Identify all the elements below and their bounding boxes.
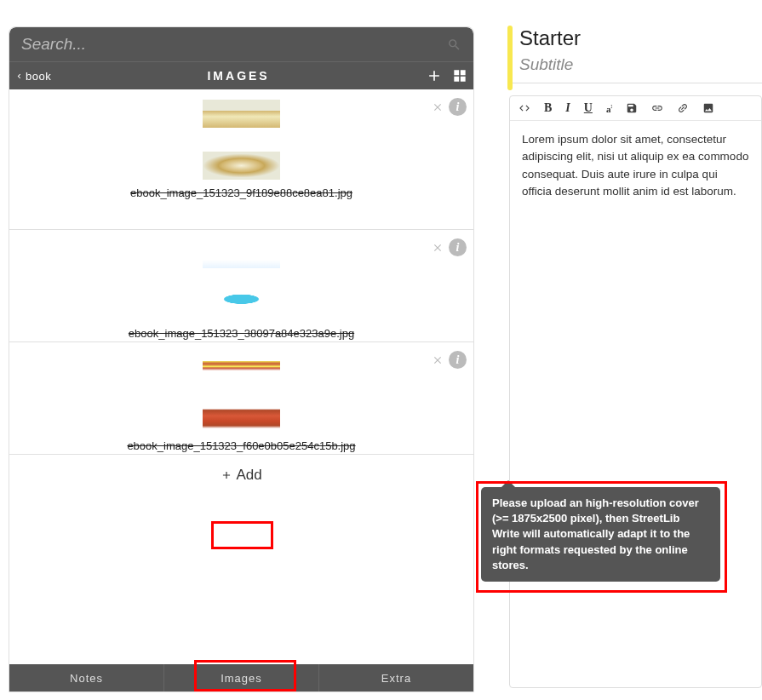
info-icon[interactable]: i [449,351,467,369]
image-thumbnail [203,292,280,320]
back-button[interactable]: book [14,70,51,83]
code-icon[interactable] [519,102,530,114]
underline-icon[interactable]: U [584,101,593,115]
image-item[interactable]: i ebook_image_151323_38097a84e323a9e.jpg [9,230,473,342]
add-button[interactable]: Add [210,463,272,487]
image-filename: ebook_image_151323_f60e0b05e254c15b.jpg [9,439,473,454]
document-subtitle[interactable]: Subtitle [519,55,762,74]
italic-icon[interactable]: I [565,101,570,115]
editor-body[interactable]: Lorem ipsum dolor sit amet, consectetur … [510,121,761,210]
info-icon[interactable]: i [449,98,467,116]
tab-notes[interactable]: Notes [9,664,164,691]
search-bar [9,27,473,61]
bold-icon[interactable]: B [544,101,552,115]
image-filename: ebook_image_151323_38097a84e323a9e.jpg [9,327,473,341]
header-bar: book IMAGES [9,61,473,89]
right-panel: Starter Subtitle B I U a↕ Lorem ipsum do… [507,21,762,700]
image-filename: ebook_image_151323_9f189e88ce8ea81.jpg [9,186,473,201]
link-icon[interactable] [651,102,663,114]
grid-view-icon[interactable] [451,67,468,84]
image-item[interactable]: i ebook_image_151323_f60e0b05e254c15b.jp… [9,342,473,455]
header-actions [426,67,468,84]
font-size-icon[interactable]: a↕ [606,103,612,114]
add-button-label: Add [236,467,261,484]
tab-extra[interactable]: Extra [319,664,473,691]
anchor-icon[interactable] [677,102,689,114]
image-icon[interactable] [702,102,714,114]
search-icon[interactable] [447,37,461,52]
document-title[interactable]: Starter [519,26,762,50]
accent-bar [507,26,513,90]
left-panel: book IMAGES i ebook_image_151323_9f189e8… [9,26,474,692]
image-thumbnail [203,152,280,180]
image-list: i ebook_image_151323_9f189e88ce8ea81.jpg… [9,89,473,520]
add-icon[interactable] [426,67,443,84]
chevron-left-icon [14,70,24,83]
search-input[interactable] [21,35,447,54]
bottom-tabs: Notes Images Extra [9,664,473,691]
cover-upload-tooltip: Please upload an high-resolution cover (… [481,487,720,582]
info-icon[interactable]: i [449,238,467,256]
image-thumbnail [203,100,280,128]
panel-title: IMAGES [51,69,426,83]
tab-images[interactable]: Images [164,664,319,691]
back-label: book [26,70,51,83]
delete-icon[interactable] [432,242,444,254]
editor-toolbar: B I U a↕ [510,96,761,121]
save-icon[interactable] [626,102,638,114]
image-item[interactable]: i ebook_image_151323_9f189e88ce8ea81.jpg [9,89,473,230]
divider [507,83,762,83]
image-thumbnail [203,405,280,433]
delete-icon[interactable] [432,354,444,366]
plus-icon [221,469,232,481]
image-thumbnail [203,353,280,381]
image-thumbnail [203,240,280,268]
delete-icon[interactable] [432,101,444,113]
editor: B I U a↕ Lorem ipsum dolor sit amet, con… [509,95,762,688]
add-row: Add [9,455,473,496]
